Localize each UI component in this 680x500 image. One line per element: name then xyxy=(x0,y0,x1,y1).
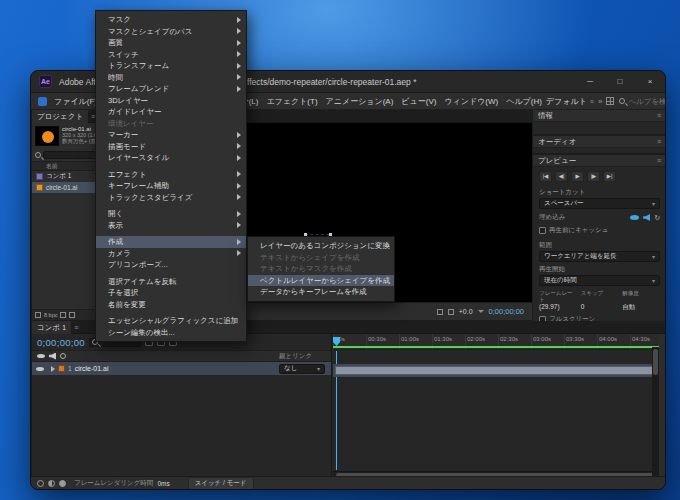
context-menu-item[interactable]: シーン編集の検出... xyxy=(96,327,246,339)
submenu-item[interactable]: データからキーフレームを作成 xyxy=(248,286,394,298)
interpret-footage-icon[interactable] xyxy=(35,312,41,318)
workspace-overflow-chevrons[interactable]: » xyxy=(598,97,602,106)
audio-panel-header[interactable]: オーディオ xyxy=(533,136,666,148)
context-menu-item[interactable]: マーカー xyxy=(96,129,246,141)
context-menu-item[interactable]: 子を選択 xyxy=(96,287,246,299)
parent-link-column-header[interactable]: 親とリンク xyxy=(279,352,312,361)
exposure-value[interactable]: +0.0 xyxy=(459,308,473,315)
panel-menu-icon[interactable] xyxy=(657,112,661,119)
time-ruler[interactable]: 00s00:30s01:00s01:30s02:00s02:30s03:00s0… xyxy=(333,334,659,350)
menubar-item[interactable]: エフェクト(T) xyxy=(262,96,321,107)
submenu-item[interactable]: テキストからシェイプを作成 xyxy=(248,252,394,264)
transport-button[interactable]: |◀ xyxy=(539,171,552,182)
help-search[interactable] xyxy=(619,97,666,106)
viewer-timecode[interactable]: 0;00;00;00 xyxy=(489,307,524,316)
panel-menu-icon[interactable] xyxy=(657,138,661,145)
panel-menu-icon[interactable] xyxy=(657,157,661,164)
tab-timeline-comp1[interactable]: コンポ 1 xyxy=(32,321,71,334)
context-menu-item[interactable]: 選択アイテムを反転 xyxy=(96,276,246,288)
transport-button[interactable]: ▶ xyxy=(571,171,584,182)
home-icon[interactable] xyxy=(38,97,47,106)
play-from-select[interactable]: 現在の時間 xyxy=(539,275,660,286)
layer-name[interactable]: circle-01.ai xyxy=(75,365,109,372)
resolution-select[interactable]: 自動 xyxy=(622,303,660,312)
playhead-handle[interactable] xyxy=(333,337,340,346)
current-time-display[interactable]: 0;00;00;00 xyxy=(37,337,85,348)
transparency-grid-icon[interactable] xyxy=(448,309,454,315)
switches-modes-toggle[interactable]: スイッチ / モード xyxy=(188,477,254,490)
workspace-grid-icon[interactable] xyxy=(606,97,614,105)
context-menu-item[interactable]: 開く xyxy=(96,208,246,220)
menubar-item[interactable]: ビュー(V) xyxy=(397,96,440,107)
loop-icon[interactable] xyxy=(654,214,660,221)
submenu-item[interactable]: テキストからマスクを作成 xyxy=(248,263,394,275)
name-column-header[interactable]: 名前 xyxy=(46,163,58,169)
project-item-row[interactable]: circle-01.ai xyxy=(32,182,102,193)
panel-menu-icon[interactable] xyxy=(590,98,594,105)
audio-include-speaker-icon[interactable] xyxy=(643,214,650,221)
new-composition-icon[interactable] xyxy=(69,312,75,318)
submenu-item[interactable]: ベクトルレイヤーからシェイプを作成 xyxy=(248,275,394,287)
layer-expand-arrow[interactable] xyxy=(51,366,55,372)
submenu-item[interactable]: レイヤーのあるコンポジションに変換 xyxy=(248,240,394,252)
context-menu-item[interactable]: 表示 xyxy=(96,220,246,232)
project-columns-header[interactable]: 名前 xyxy=(32,161,102,171)
transport-button[interactable]: ◀| xyxy=(555,171,568,182)
project-search-input[interactable] xyxy=(43,151,99,159)
context-menu-item[interactable]: マスクとシェイプのパス xyxy=(96,26,246,38)
workspace-tab[interactable]: デフォルト xyxy=(546,96,594,107)
project-item-row[interactable]: コンポ 1 xyxy=(32,171,102,182)
project-bit-depth[interactable]: 8 bpc xyxy=(44,312,57,318)
context-menu-item[interactable]: 描画モード xyxy=(96,141,246,153)
context-menu-item[interactable]: トラックとスタビライズ xyxy=(96,192,246,204)
project-search[interactable] xyxy=(32,149,102,161)
info-panel-header[interactable]: 情報 xyxy=(533,110,666,122)
context-menu-item[interactable]: エッセンシャルグラフィックスに追加 xyxy=(96,315,246,327)
layer-parent-select[interactable]: なし xyxy=(279,364,325,374)
timeline-toggle-icon[interactable] xyxy=(48,480,55,487)
context-menu-item[interactable]: カメラ xyxy=(96,248,246,260)
cache-before-playback-checkbox[interactable] xyxy=(539,227,546,234)
context-menu-item[interactable]: 3Dレイヤー xyxy=(96,95,246,107)
layer-track[interactable] xyxy=(333,364,659,377)
menubar-item[interactable]: ウィンドウ(W) xyxy=(440,96,502,107)
layer-row[interactable]: 1 circle-01.ai なし xyxy=(32,362,331,375)
preview-panel-header[interactable]: プレビュー xyxy=(533,155,666,167)
context-menu-item[interactable]: 名前を変更 xyxy=(96,299,246,311)
layer-visibility-toggle[interactable] xyxy=(36,367,44,371)
shortcut-select[interactable]: スペースバー xyxy=(539,198,660,209)
timeline-toggle-icon[interactable] xyxy=(37,480,44,487)
layer-color-label[interactable] xyxy=(58,365,65,372)
context-menu-item[interactable]: キーフレーム補助 xyxy=(96,180,246,192)
new-folder-icon[interactable] xyxy=(60,312,66,318)
scrollbar-thumb[interactable] xyxy=(653,349,658,375)
minimize-button[interactable]: ─ xyxy=(575,71,605,93)
maximize-button[interactable]: □ xyxy=(605,71,635,93)
context-menu-item[interactable]: エフェクト xyxy=(96,169,246,181)
range-select[interactable]: ワークエリアと端を延長 xyxy=(539,251,660,262)
tab-project[interactable]: プロジェクト xyxy=(32,110,88,123)
context-menu-item[interactable]: ガイドレイヤー xyxy=(96,106,246,118)
framerate-select[interactable]: (29.97) xyxy=(539,303,577,312)
context-menu-item[interactable]: プリコンポーズ... xyxy=(96,259,246,271)
context-menu-item[interactable]: レイヤースタイル xyxy=(96,152,246,164)
context-menu-item[interactable]: マスク xyxy=(96,14,246,26)
help-search-input[interactable] xyxy=(628,97,666,106)
chevron-down-icon[interactable] xyxy=(478,310,484,313)
context-menu-item[interactable]: 時間 xyxy=(96,72,246,84)
panel-menu-icon[interactable] xyxy=(74,324,78,331)
timeline-toggle-icon[interactable] xyxy=(59,480,66,487)
video-include-eye-icon[interactable] xyxy=(630,215,639,220)
menubar-item[interactable]: ファイル(F) xyxy=(50,96,101,107)
transport-button[interactable]: |▶ xyxy=(587,171,600,182)
context-menu-item[interactable]: スイッチ xyxy=(96,49,246,61)
timeline-vertical-scrollbar[interactable] xyxy=(652,347,659,478)
context-menu-item[interactable]: 画質 xyxy=(96,37,246,49)
menubar-item[interactable]: アニメーション(A) xyxy=(322,96,398,107)
context-menu-item[interactable]: 作成 xyxy=(96,236,246,248)
context-menu-item[interactable]: 環境レイヤー xyxy=(96,118,246,130)
context-menu-item[interactable]: フレームブレンド xyxy=(96,83,246,95)
layer-duration-bar[interactable] xyxy=(335,366,657,375)
skip-select[interactable]: 0 xyxy=(581,303,619,312)
region-of-interest-icon[interactable] xyxy=(437,309,443,315)
